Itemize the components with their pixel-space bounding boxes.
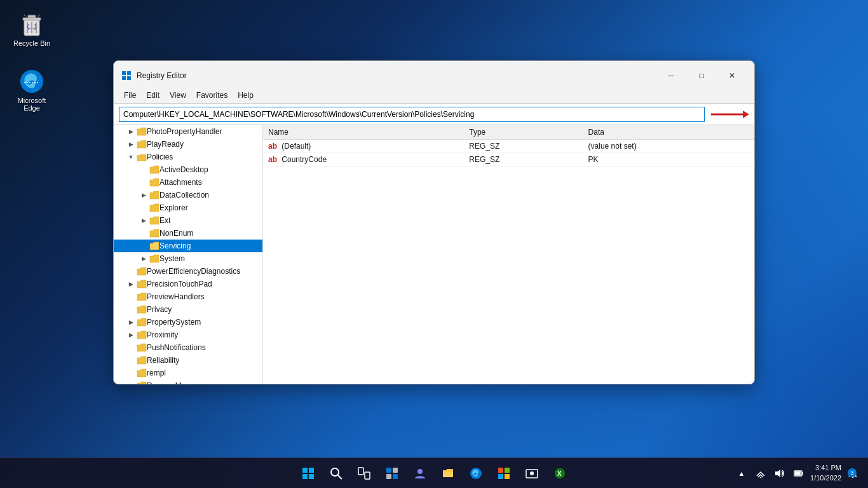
tree-item-proximity[interactable]: ▶ Proximity	[114, 329, 262, 341]
tree-item-reliability[interactable]: ▶ Reliability	[114, 354, 262, 367]
snip-button[interactable]	[519, 461, 545, 486]
folder-icon	[149, 191, 159, 200]
arrow-indicator	[711, 107, 749, 122]
svg-point-17	[331, 468, 339, 476]
recycle-bin-image	[19, 11, 44, 37]
svg-rect-14	[309, 468, 314, 473]
tree-item-precisiontouchpad[interactable]: ▶ PrecisionTouchPad	[114, 278, 262, 290]
window-title-area: Registry Editor	[121, 71, 187, 81]
tree-item-playready[interactable]: ▶ PlayReady	[114, 138, 262, 151]
tree-item-pushnotifications[interactable]: ▶ PushNotifications	[114, 341, 262, 354]
tree-item-ext[interactable]: ▶ Ext	[114, 214, 262, 227]
tree-item-nonenum[interactable]: ▶ NonEnum	[114, 227, 262, 240]
tree-label: Reliability	[147, 356, 179, 365]
tree-item-attachments[interactable]: ▶ Attachments	[114, 176, 262, 189]
notification-button[interactable]: 3	[845, 466, 860, 481]
file-explorer-button[interactable]	[435, 461, 461, 486]
speaker-icon[interactable]	[772, 466, 787, 481]
system-tray: ▲	[734, 463, 860, 483]
menu-help[interactable]: Help	[233, 89, 259, 102]
value-name: ab (Default)	[263, 140, 464, 153]
tree-item-previewhandlers[interactable]: ▶ PreviewHandlers	[114, 290, 262, 303]
window-titlebar: Registry Editor ─ □ ✕	[114, 61, 754, 88]
menu-favorites[interactable]: Favorites	[191, 89, 233, 102]
edge-desktop-icon[interactable]: Microsoft Edge	[6, 64, 57, 117]
folder-icon	[137, 356, 147, 365]
value-name: ab CountryCode	[263, 153, 464, 166]
store-button[interactable]	[491, 461, 517, 486]
folder-icon	[137, 267, 147, 276]
svg-rect-10	[127, 76, 131, 80]
time-display: 3:41 PM 1/10/2022	[810, 463, 841, 483]
folder-icon	[149, 178, 159, 187]
tree-item-powerefficiency[interactable]: ▶ PowerEfficiencyDiagnostics	[114, 265, 262, 278]
table-row[interactable]: ab (Default) REG_SZ (value not set)	[263, 140, 754, 153]
folder-icon	[137, 280, 147, 288]
menu-view[interactable]: View	[165, 89, 191, 102]
chevron-icon[interactable]: ▲	[734, 466, 749, 481]
minimize-button[interactable]: ─	[656, 66, 686, 85]
widgets-button[interactable]	[379, 461, 405, 486]
menu-edit[interactable]: Edit	[141, 89, 165, 102]
network-icon[interactable]	[753, 466, 768, 481]
teams-button[interactable]	[407, 461, 433, 486]
tree-label: ActiveDesktop	[159, 165, 208, 174]
time-text: 3:41 PM	[810, 463, 841, 473]
value-data: (value not set)	[583, 140, 754, 153]
tree-item-activedesktop[interactable]: ▶ ActiveDesktop	[114, 163, 262, 176]
svg-rect-1	[23, 18, 41, 20]
search-button[interactable]	[323, 461, 349, 486]
tree-label: Ext	[159, 216, 170, 225]
task-view-button[interactable]	[351, 461, 377, 486]
recycle-bin-label: Recycle Bin	[13, 39, 50, 47]
tree-item-propertysystem[interactable]: ▶ PropertySystem	[114, 316, 262, 329]
date-text: 1/10/2022	[810, 473, 841, 483]
tree-item-explorer[interactable]: ▶ Explorer	[114, 201, 262, 214]
svg-rect-19	[358, 468, 363, 475]
tree-item-system[interactable]: ▶ System	[114, 252, 262, 265]
tree-item-datacollection[interactable]: ▶ DataCollection	[114, 189, 262, 201]
tree-panel[interactable]: ▶ PhotoPropertyHandler ▶ PlayReady ▼	[114, 125, 263, 384]
values-table: Name Type Data ab (Default) REG_SZ	[263, 125, 754, 166]
svg-rect-2	[28, 15, 36, 18]
folder-icon	[149, 229, 159, 238]
start-button[interactable]	[295, 461, 321, 486]
reg-type-icon: ab	[268, 142, 277, 151]
folder-icon	[149, 216, 159, 225]
tree-item-policies[interactable]: ▼ Policies	[114, 151, 262, 163]
svg-rect-39	[795, 471, 801, 475]
taskbar-center: X	[295, 461, 573, 486]
value-data: PK	[583, 153, 754, 166]
window-title-text: Registry Editor	[137, 71, 187, 80]
svg-rect-8	[127, 71, 131, 75]
svg-text:X: X	[557, 470, 562, 477]
svg-rect-29	[505, 468, 510, 473]
tree-label: Privacy	[147, 305, 172, 314]
tree-label: PushNotifications	[147, 343, 206, 352]
tree-label: Policies	[147, 152, 173, 161]
tree-item-reservemanager[interactable]: ▶ ReserveManager	[114, 379, 262, 384]
address-input[interactable]: Computer\HKEY_LOCAL_MACHINE\SOFTWARE\Mic…	[119, 107, 705, 122]
recycle-bin-icon[interactable]: Recycle Bin	[6, 6, 57, 52]
folder-icon	[137, 381, 147, 384]
svg-rect-22	[393, 468, 398, 473]
tree-item-servicing[interactable]: ▶ Servicing	[114, 240, 262, 252]
address-bar: Computer\HKEY_LOCAL_MACHINE\SOFTWARE\Mic…	[114, 104, 754, 125]
svg-rect-15	[302, 474, 308, 479]
svg-marker-12	[743, 111, 749, 118]
menu-file[interactable]: File	[119, 89, 141, 102]
clock[interactable]: 3:41 PM 1/10/2022	[810, 463, 841, 483]
folder-open-icon	[137, 152, 147, 161]
table-row[interactable]: ab CountryCode REG_SZ PK	[263, 153, 754, 166]
tree-label: Proximity	[147, 330, 178, 339]
edge-taskbar-button[interactable]	[463, 461, 489, 486]
taskbar: X ▲	[0, 458, 868, 488]
maximize-button[interactable]: □	[687, 66, 716, 85]
xbox-button[interactable]: X	[547, 461, 573, 486]
close-button[interactable]: ✕	[717, 66, 747, 85]
tree-item-privacy[interactable]: ▶ Privacy	[114, 303, 262, 316]
tree-item-photopropertyhandler[interactable]: ▶ PhotoPropertyHandler	[114, 125, 262, 138]
battery-icon[interactable]	[791, 466, 806, 481]
tree-label: Attachments	[159, 178, 202, 187]
tree-item-rempl[interactable]: ▶ rempl	[114, 367, 262, 379]
